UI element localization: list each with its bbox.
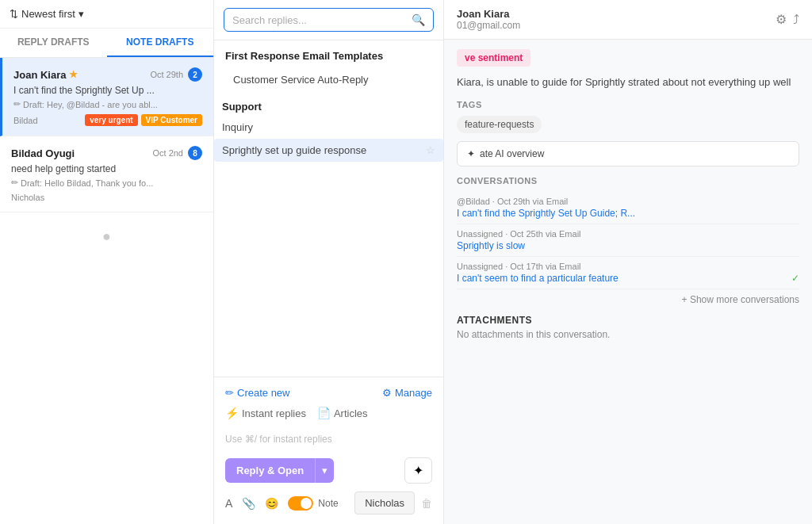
left-sidebar: ⇅ Newest first ▾ REPLY DRAFTS NOTE DRAFT… (0, 0, 214, 524)
conv-entry-subject[interactable]: Sprightly is slow (457, 240, 799, 251)
template-section-title: First Response Email Templates (225, 50, 432, 62)
gear-icon: ⚙ (382, 387, 392, 399)
pencil-icon: ✏ (225, 387, 234, 399)
conv-entry: Unassigned · Oct 17th via Email I can't … (457, 257, 799, 289)
search-input[interactable] (232, 14, 412, 26)
tab-note-drafts[interactable]: NOTE DRAFTS (107, 29, 214, 57)
sort-icon: ⇅ (10, 8, 18, 20)
conv-subject: need help getting started (11, 163, 202, 174)
attachments-title: ATTACHMENTS (457, 315, 799, 326)
note-switch[interactable] (288, 496, 313, 511)
sentiment-badge: ve sentiment (457, 49, 530, 67)
conversation-item[interactable]: Joan Kiara ★ Oct 29th 2 I can't find the… (0, 58, 213, 136)
conv-agent: Nicholas (11, 193, 44, 202)
loading-indicator: ● (0, 212, 213, 261)
trash-icon[interactable]: 🗑 (421, 497, 432, 510)
contact-name: Joan Kiara (457, 8, 769, 20)
right-panel: Joan Kiara 01@gmail.com ⚙ ⤴ ve sentiment… (444, 0, 812, 524)
search-input-wrap[interactable]: 🔍 (224, 8, 434, 32)
create-new-button[interactable]: ✏ Create new (225, 387, 289, 399)
reply-open-button[interactable]: Reply & Open (225, 458, 315, 483)
conv-date: Oct 2nd (152, 148, 183, 158)
conv-name: Joan Kiara ★ (13, 69, 78, 81)
conv-draft: ✏ Draft: Hey, @Bildad - are you abl... (13, 99, 202, 109)
reply-actions: Reply & Open ▾ ✦ (225, 451, 432, 484)
ai-button[interactable]: ✦ (404, 457, 432, 484)
template-section-1: First Response Email Templates Customer … (214, 40, 443, 94)
star-icon: ★ (69, 69, 78, 80)
sort-bar[interactable]: ⇅ Newest first ▾ (0, 0, 213, 29)
conv-entry: @Bildad · Oct 29th via Email I can't fin… (457, 192, 799, 224)
conv-date: Oct 29th (150, 70, 183, 79)
tab-bar: REPLY DRAFTS NOTE DRAFTS (0, 29, 213, 58)
conversations-section-label: CONVERSATIONS (457, 176, 799, 186)
star-icon: ☆ (426, 144, 435, 156)
tag-chip[interactable]: feature-requests (457, 116, 542, 133)
filter-icon[interactable]: ⚙ (776, 12, 787, 27)
template-item[interactable]: Inquiry (214, 116, 443, 139)
reply-btn-group: Reply & Open ▾ (225, 458, 334, 483)
text-format-icon[interactable]: A (225, 497, 232, 510)
ai-overview-button[interactable]: ✦ ate AI overview (457, 141, 799, 166)
search-icon[interactable]: 🔍 (412, 13, 425, 26)
conv-agent: Bildad (13, 116, 38, 125)
attachment-icon[interactable]: 📎 (242, 497, 255, 510)
conv-entry-meta: @Bildad · Oct 29th via Email (457, 197, 799, 206)
draft-icon: ✏ (13, 99, 21, 109)
badges: very urgent VIP Customer (85, 114, 202, 126)
conversation-item[interactable]: Bildad Oyugi Oct 2nd 8 need help getting… (0, 136, 213, 212)
lightning-icon: ⚡ (225, 407, 239, 419)
no-attachments-text: No attachments in this conversation. (457, 329, 799, 340)
right-header: Joan Kiara 01@gmail.com ⚙ ⤴ (444, 0, 812, 40)
sort-label: Newest first (21, 8, 75, 20)
middle-panel: 🔍 First Response Email Templates Custome… (214, 0, 444, 524)
conv-entry-subject[interactable]: I can't seem to find a particular featur… (457, 273, 799, 284)
badge-vip: VIP Customer (141, 114, 202, 126)
note-label: Note (318, 498, 338, 509)
note-toggle[interactable]: Note (288, 496, 338, 511)
expand-icon[interactable]: ⤴ (793, 13, 799, 27)
agent-button[interactable]: Nicholas (354, 491, 415, 514)
emoji-icon[interactable]: 😊 (265, 497, 278, 510)
reply-open-arrow[interactable]: ▾ (315, 458, 334, 483)
reply-hint: Use ⌘/ for instant replies (225, 427, 432, 451)
badge-urgent: very urgent (85, 114, 137, 126)
conversations-section: @Bildad · Oct 29th via Email I can't fin… (457, 192, 799, 305)
tab-reply-drafts[interactable]: REPLY DRAFTS (0, 29, 107, 57)
middle-footer: ✏ Create new ⚙ Manage ⚡ Instant replies … (214, 377, 443, 524)
unread-badge: 2 (188, 67, 202, 82)
conv-entry-meta: Unassigned · Oct 25th via Email (457, 229, 799, 239)
sort-chevron-icon: ▾ (79, 8, 84, 20)
template-section-2: Support Inquiry Sprightly set up guide r… (214, 101, 443, 162)
ai-icon: ✦ (467, 148, 475, 159)
tab-pills: ⚡ Instant replies 📄 Articles (225, 407, 432, 419)
conv-name: Bildad Oyugi (11, 147, 75, 159)
manage-button[interactable]: ⚙ Manage (382, 387, 432, 399)
instant-replies-tab[interactable]: ⚡ Instant replies (225, 407, 306, 419)
conv-entry-meta: Unassigned · Oct 17th via Email (457, 262, 799, 271)
contact-email: 01@gmail.com (457, 20, 769, 31)
unread-badge: 8 (188, 146, 202, 160)
format-bar: A 📎 😊 Note Nicholas 🗑 (225, 491, 432, 514)
message-text: Kiara, is unable to guide for Sprightly … (457, 75, 799, 90)
footer-actions: ✏ Create new ⚙ Manage (225, 387, 432, 399)
conv-subject: I can't find the Sprightly Set Up ... (13, 85, 202, 96)
format-icons: A 📎 😊 Note (225, 496, 339, 511)
right-body: ve sentiment Kiara, is unable to guide f… (444, 40, 812, 524)
show-more-button[interactable]: + Show more conversations (457, 289, 799, 305)
tags-section-label: TAGS (457, 100, 799, 109)
template-item-selected[interactable]: Sprightly set up guide response ☆ (214, 139, 443, 162)
article-icon: 📄 (317, 407, 331, 419)
template-subsection-title: Support (214, 101, 443, 113)
search-bar: 🔍 (214, 0, 443, 40)
conv-entry-subject[interactable]: I can't find the Sprightly Set Up Guide;… (457, 208, 799, 219)
tags-row: feature-requests (457, 116, 799, 133)
conv-draft: ✏ Draft: Hello Bildad, Thank you fo... (11, 178, 202, 188)
conv-entry: Unassigned · Oct 25th via Email Sprightl… (457, 224, 799, 257)
attachments-section: ATTACHMENTS No attachments in this conve… (457, 315, 799, 340)
articles-tab[interactable]: 📄 Articles (317, 407, 368, 419)
draft-icon: ✏ (11, 178, 18, 188)
check-icon: ✓ (791, 273, 799, 284)
template-item[interactable]: Customer Service Auto-Reply (225, 68, 432, 91)
